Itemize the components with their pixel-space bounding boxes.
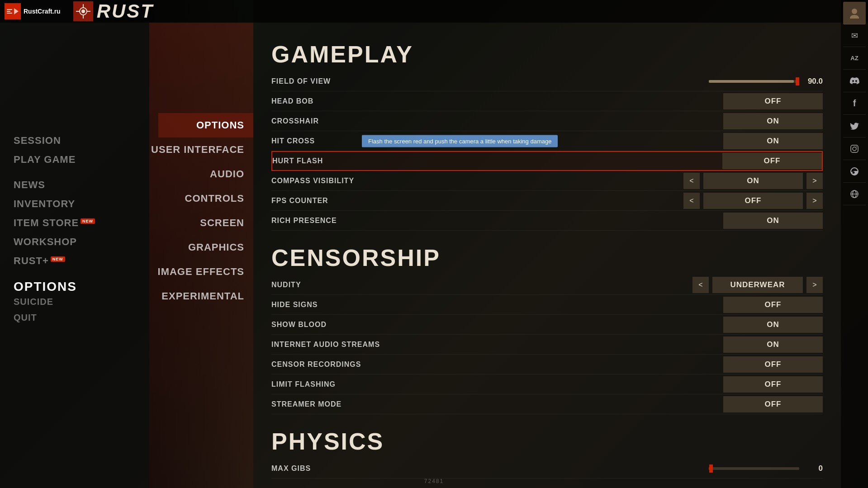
crosshair-label: CROSSHAIR <box>271 117 319 125</box>
compass-label: COMPASS VISIBILITY <box>271 177 354 185</box>
streamermode-label: STREAMER MODE <box>271 400 342 408</box>
sidebar-item-rustplus[interactable]: RUST+NEW <box>14 251 149 270</box>
facebook-icon[interactable]: f <box>843 92 866 115</box>
maxgibs-value: 0 <box>805 464 823 473</box>
center-nav: OPTIONS USER INTERFACE AUDIO CONTROLS SC… <box>149 23 253 488</box>
setting-streamermode: STREAMER MODE OFF <box>271 394 823 414</box>
fov-slider-thumb <box>796 77 799 85</box>
svg-point-5 <box>81 9 85 13</box>
sidebar-item-suicide[interactable]: SUICIDE <box>14 294 149 310</box>
crosshair-value[interactable]: ON <box>723 113 823 129</box>
physics-section-header: PHYSICS <box>271 428 823 455</box>
compass-next[interactable]: > <box>806 173 823 189</box>
nudity-prev[interactable]: < <box>693 277 709 293</box>
audiostreams-value[interactable]: ON <box>723 336 823 353</box>
censorship-section-header: CENSORSHIP <box>271 244 823 271</box>
nav-item-ui[interactable]: USER INTERFACE <box>149 137 244 162</box>
fps-label: FPS COUNTER <box>271 197 328 205</box>
setting-compass: COMPASS VISIBILITY < ON > <box>271 171 823 191</box>
setting-audiostreams: INTERNET AUDIO STREAMS ON <box>271 335 823 355</box>
svg-rect-11 <box>851 145 858 152</box>
rustcraft-text: RustCraft.ru <box>24 8 61 15</box>
hurtflash-label: HURT FLASH <box>272 157 323 165</box>
hitcross-value[interactable]: ON <box>723 133 823 149</box>
nav-item-options[interactable]: OPTIONS <box>158 113 253 137</box>
headbob-label: HEAD BOB <box>271 97 313 105</box>
svg-rect-2 <box>7 13 12 14</box>
globe-icon[interactable] <box>843 183 866 205</box>
gameplay-section-header: GAMEPLAY <box>271 41 823 68</box>
nudity-value: UNDERWEAR <box>712 277 803 293</box>
nav-item-graphics[interactable]: GRAPHICS <box>149 235 244 260</box>
discord-icon[interactable] <box>843 70 866 92</box>
rustcraft-logo[interactable]: RustCraft.ru <box>5 3 61 19</box>
richpresence-label: RICH PRESENCE <box>271 217 337 225</box>
nav-item-controls[interactable]: CONTROLS <box>149 186 244 211</box>
game-title: RUST <box>97 0 154 22</box>
sidebar-item-news[interactable]: NEWS <box>14 175 149 194</box>
sidebar-item-workshop[interactable]: WORKSHOP <box>14 232 149 251</box>
twitter-icon[interactable] <box>843 115 866 137</box>
hidesigns-value[interactable]: OFF <box>723 297 823 313</box>
sidebar-item-play[interactable]: PLAY GAME <box>14 150 149 169</box>
setting-headbob: HEAD BOB OFF <box>271 91 823 111</box>
audiostreams-label: INTERNET AUDIO STREAMS <box>271 341 380 349</box>
nudity-next[interactable]: > <box>806 277 823 293</box>
sidebar-item-session[interactable]: SESSION <box>14 131 149 150</box>
maxgibs-slider-container[interactable]: 0 <box>709 464 823 473</box>
nav-item-audio[interactable]: AUDIO <box>149 162 244 186</box>
sidebar: SESSION PLAY GAME NEWS INVENTORY ITEM ST… <box>0 23 149 488</box>
hurtflash-value[interactable]: OFF <box>722 153 822 169</box>
az-icon[interactable]: AZ <box>843 47 866 70</box>
censorrecordings-label: CENSOR RECORDINGS <box>271 360 361 369</box>
fov-slider-container[interactable]: 90.0 <box>709 77 823 86</box>
fps-next[interactable]: > <box>806 193 823 209</box>
hitcross-tooltip: Flash the screen red and push the camera… <box>362 135 558 147</box>
compass-prev[interactable]: < <box>683 173 700 189</box>
sidebar-item-inventory[interactable]: INVENTORY <box>14 194 149 213</box>
maxgibs-label: MAX GIBS <box>271 464 311 473</box>
compass-arrows: < ON > <box>683 173 823 189</box>
new-badge-itemstore: NEW <box>81 218 95 224</box>
limitflashing-value[interactable]: OFF <box>723 376 823 393</box>
maxgibs-slider-track[interactable] <box>709 467 799 470</box>
instagram-icon[interactable] <box>843 137 866 160</box>
fov-value: 90.0 <box>805 77 823 86</box>
setting-richpresence: RICH PRESENCE ON <box>271 211 823 231</box>
mail-icon[interactable]: ✉ <box>843 24 866 47</box>
richpresence-value[interactable]: ON <box>723 213 823 229</box>
svg-point-12 <box>853 147 856 151</box>
logo-area: RustCraft.ru RUST <box>0 0 154 22</box>
nav-item-screen[interactable]: SCREEN <box>149 211 244 235</box>
headbob-value[interactable]: OFF <box>723 93 823 109</box>
streamermode-value[interactable]: OFF <box>723 396 823 412</box>
svg-point-10 <box>852 9 857 14</box>
steam-icon[interactable] <box>843 160 866 183</box>
options-label: OPTIONS <box>14 280 149 294</box>
svg-rect-0 <box>7 9 12 10</box>
rust-logo: RUST <box>73 0 154 22</box>
fps-value: OFF <box>703 193 803 209</box>
setting-hitcross: HIT CROSS Flash the screen red and push … <box>271 131 823 151</box>
censorrecordings-value[interactable]: OFF <box>723 356 823 373</box>
rustcraft-icon <box>5 3 21 19</box>
fov-slider-track[interactable] <box>709 80 799 83</box>
hitcross-label: HIT CROSS <box>271 137 315 145</box>
setting-nudity: NUDITY < UNDERWEAR > <box>271 275 823 295</box>
nav-item-experimental[interactable]: EXPERIMENTAL <box>149 284 244 308</box>
setting-hurtflash: HURT FLASH OFF <box>271 151 823 171</box>
fps-prev[interactable]: < <box>683 193 700 209</box>
fov-slider-fill <box>709 80 794 83</box>
showblood-value[interactable]: ON <box>723 317 823 333</box>
sidebar-item-quit[interactable]: QUIT <box>14 310 149 326</box>
avatar-icon[interactable] <box>843 2 866 24</box>
limitflashing-label: LIMIT FLASHING <box>271 380 336 389</box>
setting-showblood: SHOW BLOOD ON <box>271 315 823 335</box>
nav-item-imageeffects[interactable]: IMAGE EFFECTS <box>149 260 244 284</box>
right-icons-panel: ✉ AZ f <box>841 0 868 488</box>
sidebar-item-itemstore[interactable]: ITEM STORENEW <box>14 213 149 232</box>
top-bar: RustCraft.ru RUST <box>0 0 868 23</box>
nudity-arrows: < UNDERWEAR > <box>693 277 823 293</box>
svg-marker-3 <box>14 8 19 14</box>
fps-arrows: < OFF > <box>683 193 823 209</box>
